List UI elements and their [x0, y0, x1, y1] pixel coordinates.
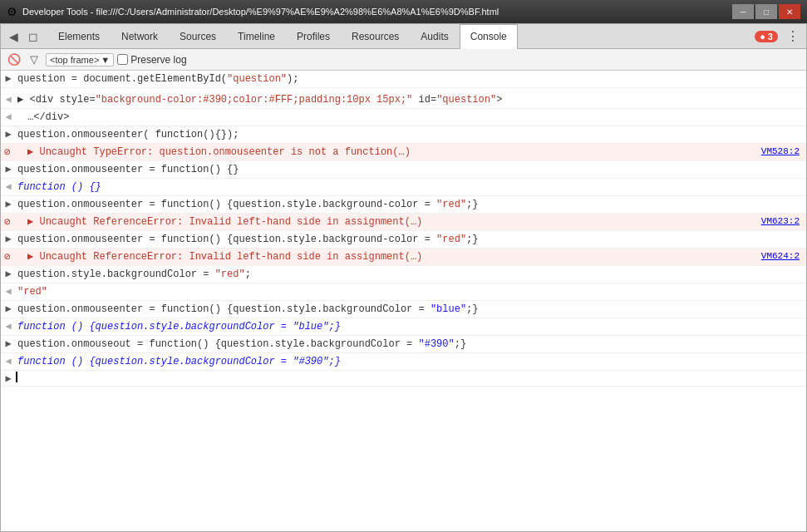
- output-content: function () {}: [16, 180, 806, 195]
- clear-console-button[interactable]: 🚫: [6, 52, 22, 68]
- input-content: question.onmouseenter = function() {ques…: [16, 302, 806, 317]
- tab-icons-left: ◀ ◻: [4, 27, 42, 46]
- frame-select-arrow: ▼: [101, 55, 110, 65]
- console-output-line: ◀function () {question.style.backgroundC…: [1, 318, 806, 336]
- error-message: ▶ Uncaught TypeError: question.onmouseen…: [26, 145, 761, 160]
- console-error-line: ⊘▶ Uncaught ReferenceError: Invalid left…: [1, 249, 806, 266]
- output-arrow: ◀: [1, 284, 16, 298]
- output-content: "red": [16, 284, 806, 299]
- console-toolbar: 🚫 ▽ <top frame> ▼ Preserve log: [1, 49, 806, 71]
- preserve-log-label[interactable]: Preserve log: [117, 54, 186, 66]
- minimize-button[interactable]: ─: [732, 4, 754, 19]
- console-input-line: ▶question.onmouseenter = function() {que…: [1, 231, 806, 249]
- tab-timeline[interactable]: Timeline: [227, 24, 286, 49]
- text-cursor: [16, 372, 17, 382]
- input-arrow: ▶: [1, 302, 16, 315]
- window-controls: ─ □ ✕: [732, 4, 800, 19]
- output-arrow: ◀: [1, 180, 16, 193]
- input-arrow: ▶: [1, 127, 16, 140]
- tab-network[interactable]: Network: [111, 24, 169, 49]
- input-arrow: ▶: [1, 162, 16, 175]
- console-cursor-line[interactable]: ▶: [1, 371, 806, 387]
- console-input-line: ▶question.onmouseenter = function() {}: [1, 161, 806, 179]
- input-arrow: ▶: [1, 232, 16, 245]
- cursor-arrow: ▶: [1, 372, 16, 385]
- error-badge: ● 3: [755, 31, 778, 42]
- console-error-line: ⊘▶ Uncaught TypeError: question.onmousee…: [1, 144, 806, 161]
- input-content: question.onmouseout = function() {questi…: [16, 337, 806, 352]
- console-input-line: ▶question.onmouseout = function() {quest…: [1, 336, 806, 353]
- output-content: function () {question.style.backgroundCo…: [16, 319, 806, 334]
- filter-button[interactable]: ▽: [26, 52, 42, 68]
- console-input-line: ▶question.onmouseenter( function(){});: [1, 126, 806, 144]
- frame-select[interactable]: <top frame> ▼: [46, 53, 114, 66]
- more-options-button[interactable]: ⋮: [783, 28, 803, 44]
- output-arrow: ◀: [1, 354, 16, 367]
- input-content: question.onmouseenter( function(){});: [16, 127, 806, 142]
- devtools-icon: ⚙: [7, 5, 17, 18]
- output-content: function () {question.style.backgroundCo…: [16, 354, 806, 369]
- tab-profiles[interactable]: Profiles: [286, 24, 341, 49]
- toggle-button[interactable]: ◻: [24, 27, 42, 46]
- console-input-line: ▶question = document.getElementById("que…: [1, 71, 806, 88]
- input-content: question = document.getElementById("ques…: [16, 71, 806, 86]
- error-icon: ⊘: [1, 214, 14, 229]
- preserve-log-checkbox[interactable]: [117, 54, 128, 65]
- console-output-line: ◀"red": [1, 283, 806, 301]
- input-content: question.onmouseenter = function() {ques…: [16, 197, 806, 212]
- output-content: …</div>: [16, 110, 806, 125]
- tab-resources[interactable]: Resources: [341, 24, 410, 49]
- input-arrow: ▶: [1, 337, 16, 350]
- error-icon: ⊘: [1, 249, 14, 264]
- error-location[interactable]: VM528:2: [761, 145, 806, 156]
- output-arrow: ◀: [1, 110, 16, 123]
- console-output-line: ◀…</div>: [1, 109, 806, 126]
- console-input-line: ▶question.style.backgroundColor = "red";: [1, 266, 806, 283]
- maximize-button[interactable]: □: [755, 4, 777, 19]
- close-button[interactable]: ✕: [779, 4, 800, 19]
- error-icon: ⊘: [1, 145, 14, 159]
- error-message: ▶ Uncaught ReferenceError: Invalid left-…: [26, 214, 761, 229]
- console-output[interactable]: ▶question = document.getElementById("que…: [1, 71, 806, 531]
- input-content: question.style.backgroundColor = "red";: [16, 267, 806, 282]
- output-arrow: ◀: [1, 319, 16, 332]
- tab-console[interactable]: Console: [460, 24, 518, 49]
- console-input-line: ▶question.onmouseenter = function() {que…: [1, 301, 806, 318]
- console-input-line: ▶question.onmouseenter = function() {que…: [1, 196, 806, 214]
- tab-bar: ◀ ◻ Elements Network Sources Timeline Pr…: [1, 24, 806, 49]
- input-content: question.onmouseenter = function() {ques…: [16, 232, 806, 247]
- devtools-panel: ◀ ◻ Elements Network Sources Timeline Pr…: [0, 23, 807, 532]
- title-bar: ⚙ Developer Tools - file:///C:/Users/Adm…: [0, 0, 807, 23]
- back-button[interactable]: ◀: [4, 27, 22, 46]
- expand-content: ▶ <div style="background-color:#390;colo…: [16, 92, 806, 107]
- console-output-line: ◀function () {}: [1, 179, 806, 196]
- output-expand-arrow: ◀: [1, 92, 16, 106]
- tab-sources[interactable]: Sources: [169, 24, 227, 49]
- input-content: question.onmouseenter = function() {}: [16, 162, 806, 177]
- tab-bar-right: ● 3 ⋮: [755, 28, 803, 44]
- console-expand-line: ◀▶ <div style="background-color:#390;col…: [1, 91, 806, 109]
- console-output-line: ◀function () {question.style.backgroundC…: [1, 353, 806, 371]
- tab-audits[interactable]: Audits: [410, 24, 459, 49]
- title-bar-text: Developer Tools - file:///C:/Users/Admin…: [22, 7, 727, 17]
- error-message: ▶ Uncaught ReferenceError: Invalid left-…: [26, 249, 761, 264]
- input-arrow: ▶: [1, 71, 16, 85]
- tab-elements[interactable]: Elements: [47, 24, 111, 49]
- console-error-line: ⊘▶ Uncaught ReferenceError: Invalid left…: [1, 214, 806, 231]
- error-location[interactable]: VM624:2: [761, 249, 806, 261]
- input-arrow: ▶: [1, 197, 16, 210]
- error-location[interactable]: VM623:2: [761, 214, 806, 226]
- input-arrow: ▶: [1, 267, 16, 280]
